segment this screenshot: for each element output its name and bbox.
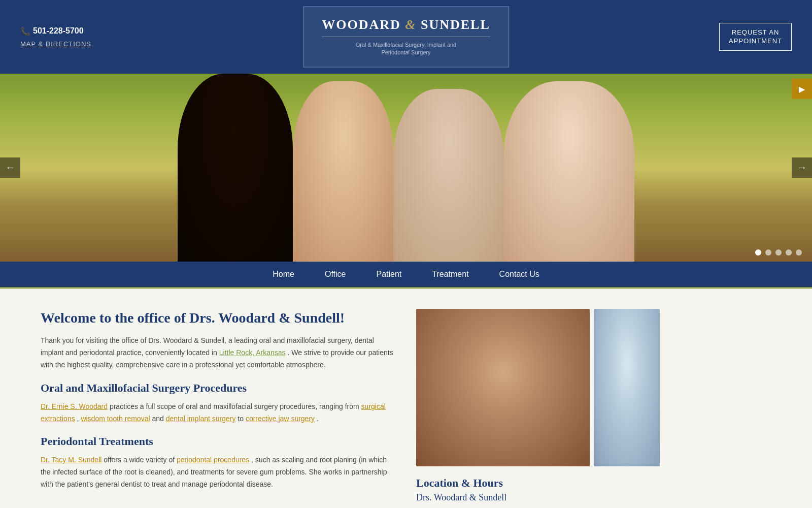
phone-icon: 📞: [20, 26, 30, 36]
oral-section-title: Oral and Maxillofacial Surgery Procedure…: [41, 382, 396, 395]
logo-subtitle: Oral & Maxillofacial Surgery, Implant an…: [322, 41, 490, 57]
logo-ampersand: &: [405, 17, 416, 32]
header: 📞 501-228-5700 MAP & DIRECTIONS WOODARD …: [0, 0, 812, 74]
main-navigation: Home Office Patient Treatment Contact Us: [0, 262, 812, 289]
location-link[interactable]: Little Rock, Arkansas: [219, 348, 286, 357]
logo-box: WOODARD & SUNDELL Oral & Maxillofacial S…: [303, 6, 509, 68]
slider-dot-2[interactable]: [765, 249, 771, 256]
play-icon: ▶: [799, 84, 805, 94]
map-directions-link[interactable]: MAP & DIRECTIONS: [20, 40, 91, 48]
slider-people: [178, 74, 634, 262]
person-2: [293, 81, 393, 262]
location-subtitle: Drs. Woodard & Sundell: [416, 492, 660, 503]
intro-paragraph: Thank you for visiting the office of Drs…: [41, 335, 396, 371]
header-contact: 📞 501-228-5700 MAP & DIRECTIONS: [20, 26, 91, 48]
header-right: REQUEST AN APPOINTMENT: [719, 23, 792, 51]
slider-dot-3[interactable]: [775, 249, 782, 256]
nav-item-contact[interactable]: Contact Us: [484, 262, 555, 287]
photo-grid: [416, 309, 660, 466]
side-photo: [594, 309, 660, 466]
slider-dots: [755, 249, 802, 256]
slider-image: [0, 74, 812, 262]
logo-name: WOODARD & SUNDELL: [322, 17, 490, 33]
person-1: [178, 74, 293, 262]
hero-slider: ▶ ← →: [0, 74, 812, 262]
slider-prev-button[interactable]: ←: [0, 157, 20, 178]
content-right: Location & Hours Drs. Woodard & Sundell: [416, 309, 660, 503]
wisdom-tooth-link[interactable]: wisdom tooth removal: [81, 415, 150, 423]
slider-next-button[interactable]: →: [792, 157, 812, 178]
person-3: [393, 89, 504, 262]
main-content: Welcome to the office of Drs. Woodard & …: [0, 289, 812, 508]
main-photo: [416, 309, 590, 466]
slider-dot-4[interactable]: [786, 249, 792, 256]
request-appointment-button[interactable]: REQUEST AN APPOINTMENT: [719, 23, 792, 51]
oral-paragraph: Dr. Ernie S. Woodard practices a full sc…: [41, 401, 396, 425]
dr-woodard-link[interactable]: Dr. Ernie S. Woodard: [41, 402, 108, 410]
phone-number[interactable]: 📞 501-228-5700: [20, 26, 91, 36]
arrow-right-icon: →: [797, 163, 806, 173]
dr-sundell-link[interactable]: Dr. Tacy M. Sundell: [41, 456, 101, 464]
location-title: Location & Hours: [416, 477, 660, 490]
main-photo-face: [416, 309, 590, 466]
nav-item-office[interactable]: Office: [310, 262, 361, 287]
person-4: [504, 81, 634, 262]
slider-dot-5[interactable]: [796, 249, 802, 256]
nav-item-home[interactable]: Home: [257, 262, 310, 287]
dental-implant-link[interactable]: dental implant surgery: [166, 415, 236, 423]
perio-paragraph: Dr. Tacy M. Sundell offers a wide variet…: [41, 454, 396, 490]
corrective-jaw-link[interactable]: corrective jaw surgery: [246, 415, 315, 423]
arrow-left-icon: ←: [6, 163, 15, 173]
welcome-title: Welcome to the office of Drs. Woodard & …: [41, 309, 396, 327]
slider-play-button[interactable]: ▶: [792, 79, 812, 99]
logo-container: WOODARD & SUNDELL Oral & Maxillofacial S…: [303, 6, 509, 68]
nav-item-patient[interactable]: Patient: [361, 262, 417, 287]
side-photo-face: [594, 309, 660, 466]
periodontal-procedures-link[interactable]: periodontal procedures: [177, 456, 249, 464]
slider-dot-1[interactable]: [755, 249, 761, 256]
perio-section-title: Periodontal Treatments: [41, 435, 396, 448]
content-left: Welcome to the office of Drs. Woodard & …: [41, 309, 396, 503]
nav-item-treatment[interactable]: Treatment: [417, 262, 484, 287]
